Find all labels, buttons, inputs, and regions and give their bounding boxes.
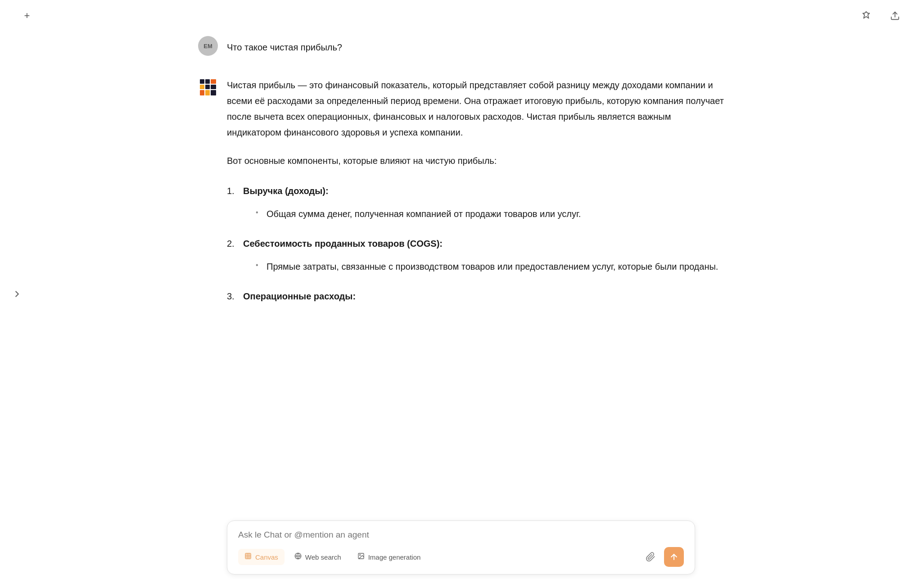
top-bar-left: + [18,7,36,25]
pin-button[interactable] [857,7,875,25]
image-generation-button[interactable]: Image generation [351,549,427,565]
item-number-2: 2. [227,236,238,252]
input-tools-left: Canvas Web search [238,549,427,565]
web-search-icon [294,552,302,561]
svg-rect-3 [211,79,216,84]
svg-point-13 [359,555,360,556]
svg-rect-10 [245,553,251,559]
svg-rect-9 [211,90,216,95]
list-item-3-header: 3. Операционные расходы: [227,289,724,304]
top-bar-right [857,7,904,25]
item-number-3: 3. [227,289,238,304]
chat-input[interactable] [238,530,684,540]
top-bar: + [0,0,922,32]
list-item-2: 2. Себестоимость проданных товаров (COGS… [227,236,724,274]
ai-intro-paragraph: Чистая прибыль — это финансовый показате… [227,77,724,140]
user-message: EM Что такое чистая прибыль? [198,36,724,56]
list-item-1: 1. Выручка (доходы): Общая сумма денег, … [227,183,724,222]
item-title-2: Себестоимость проданных товаров (COGS): [243,236,443,252]
svg-rect-2 [205,79,210,84]
list-item-3: 3. Операционные расходы: [227,289,724,304]
share-button[interactable] [886,7,904,25]
sidebar-toggle-button[interactable] [9,286,25,302]
svg-rect-1 [200,79,204,84]
attach-button[interactable] [642,549,659,565]
image-generation-icon [357,552,365,561]
list-item-2-header: 2. Себестоимость проданных товаров (COGS… [227,236,724,252]
item-number-1: 1. [227,183,238,199]
canvas-icon [244,552,252,561]
item-title-3: Операционные расходы: [243,289,356,304]
user-message-text: Что такое чистая прибыль? [227,36,342,54]
bullet-item-1-1: Общая сумма денег, полученная компанией … [256,206,724,222]
chat-area: EM Что такое чистая прибыль? Чистая приб… [0,0,922,516]
ai-components-intro: Вот основные компоненты, которые влияют … [227,153,724,169]
canvas-label: Canvas [255,553,278,561]
svg-rect-6 [211,85,216,89]
web-search-label: Web search [305,553,341,561]
ai-avatar [198,77,218,97]
bullet-list-2: Прямые затраты, связанные с производство… [227,259,724,274]
send-button[interactable] [664,547,684,567]
list-item-1-header: 1. Выручка (доходы): [227,183,724,199]
ai-content: Чистая прибыль — это финансовый показате… [227,77,724,319]
ai-numbered-list: 1. Выручка (доходы): Общая сумма денег, … [227,183,724,304]
user-avatar: EM [198,36,218,56]
add-button[interactable]: + [18,7,36,25]
canvas-button[interactable]: Canvas [238,549,285,565]
input-tools-right [642,547,684,567]
svg-rect-4 [200,85,204,89]
bullet-item-2-1: Прямые затраты, связанные с производство… [256,259,724,274]
svg-rect-7 [200,90,204,95]
web-search-button[interactable]: Web search [288,549,348,565]
input-toolbar: Canvas Web search [238,547,684,567]
svg-rect-8 [205,90,210,95]
image-generation-label: Image generation [368,553,421,561]
input-area: Canvas Web search [227,520,695,574]
ai-message: Чистая прибыль — это финансовый показате… [198,77,724,319]
bullet-list-1: Общая сумма денег, полученная компанией … [227,206,724,222]
item-title-1: Выручка (доходы): [243,183,329,199]
svg-rect-5 [205,85,210,89]
